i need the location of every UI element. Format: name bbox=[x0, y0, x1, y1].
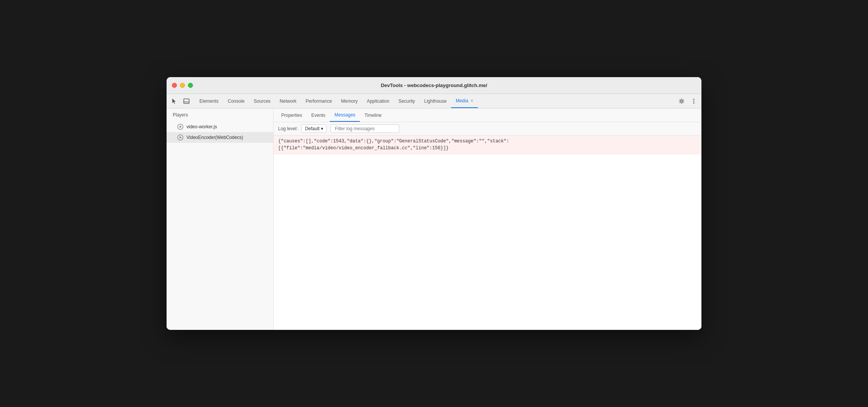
svg-marker-7 bbox=[180, 126, 182, 128]
tab-application[interactable]: Application bbox=[362, 94, 394, 108]
tab-elements[interactable]: Elements bbox=[195, 94, 223, 108]
svg-marker-9 bbox=[180, 136, 182, 139]
tab-tool-icons bbox=[169, 96, 192, 107]
tab-sources[interactable]: Sources bbox=[249, 94, 275, 108]
dropdown-arrow-icon: ▾ bbox=[321, 126, 323, 131]
tab-network[interactable]: Network bbox=[275, 94, 301, 108]
close-media-tab-icon[interactable]: × bbox=[471, 98, 473, 103]
sub-tab-events[interactable]: Events bbox=[307, 108, 330, 122]
play-circle-filled-icon bbox=[177, 134, 183, 141]
sidebar-header: Players bbox=[167, 108, 273, 121]
minimize-button[interactable] bbox=[180, 83, 185, 88]
log-level-label: Log level: bbox=[278, 126, 298, 131]
svg-point-5 bbox=[693, 102, 695, 103]
log-bar: Log level: Default ▾ bbox=[274, 122, 701, 136]
filter-input[interactable] bbox=[330, 124, 399, 133]
cursor-icon bbox=[171, 98, 177, 104]
title-bar: DevTools - webcodecs-playground.glitch.m… bbox=[167, 77, 701, 94]
svg-point-3 bbox=[693, 99, 695, 100]
svg-point-2 bbox=[681, 100, 683, 102]
messages-area: {"causes":[],"code":1543,"data":{},"grou… bbox=[274, 136, 701, 330]
more-button[interactable] bbox=[688, 96, 699, 107]
drawer-icon bbox=[183, 98, 189, 104]
tab-memory[interactable]: Memory bbox=[337, 94, 362, 108]
window-title: DevTools - webcodecs-playground.glitch.m… bbox=[381, 82, 487, 88]
sub-tab-messages[interactable]: Messages bbox=[330, 108, 360, 122]
drawer-toggle-button[interactable] bbox=[181, 96, 192, 107]
tab-security[interactable]: Security bbox=[394, 94, 419, 108]
svg-point-4 bbox=[693, 100, 695, 102]
log-level-dropdown[interactable]: Default ▾ bbox=[301, 124, 327, 133]
tab-performance[interactable]: Performance bbox=[301, 94, 337, 108]
player-item-video-encoder[interactable]: VideoEncoder(WebCodecs) bbox=[167, 132, 273, 143]
sub-tab-properties[interactable]: Properties bbox=[277, 108, 307, 122]
devtools-tab-bar: Elements Console Sources Network Perform… bbox=[167, 94, 701, 108]
devtools-toolbar-right bbox=[676, 96, 699, 107]
settings-button[interactable] bbox=[676, 96, 687, 107]
maximize-button[interactable] bbox=[188, 83, 193, 88]
tab-console[interactable]: Console bbox=[223, 94, 249, 108]
devtools-tabs-list: Elements Console Sources Network Perform… bbox=[195, 94, 676, 108]
right-panel: Properties Events Messages Timeline Log … bbox=[274, 108, 701, 330]
tab-lighthouse[interactable]: Lighthouse bbox=[419, 94, 451, 108]
settings-icon bbox=[679, 98, 685, 104]
sub-tabs-bar: Properties Events Messages Timeline bbox=[274, 108, 701, 122]
sidebar: Players video-worker.js VideoEncoder(Web… bbox=[167, 108, 274, 330]
message-row: {"causes":[],"code":1543,"data":{},"grou… bbox=[274, 136, 701, 154]
tab-media[interactable]: Media × bbox=[451, 94, 478, 108]
cursor-tool-button[interactable] bbox=[169, 96, 180, 107]
play-circle-icon bbox=[177, 124, 183, 130]
more-icon bbox=[693, 98, 695, 104]
traffic-lights bbox=[172, 83, 193, 88]
player-item-video-worker[interactable]: video-worker.js bbox=[167, 121, 273, 132]
devtools-window: DevTools - webcodecs-playground.glitch.m… bbox=[167, 77, 701, 330]
svg-rect-0 bbox=[184, 99, 189, 103]
close-button[interactable] bbox=[172, 83, 177, 88]
main-content: Players video-worker.js VideoEncoder(Web… bbox=[167, 108, 701, 330]
sub-tab-timeline[interactable]: Timeline bbox=[360, 108, 386, 122]
